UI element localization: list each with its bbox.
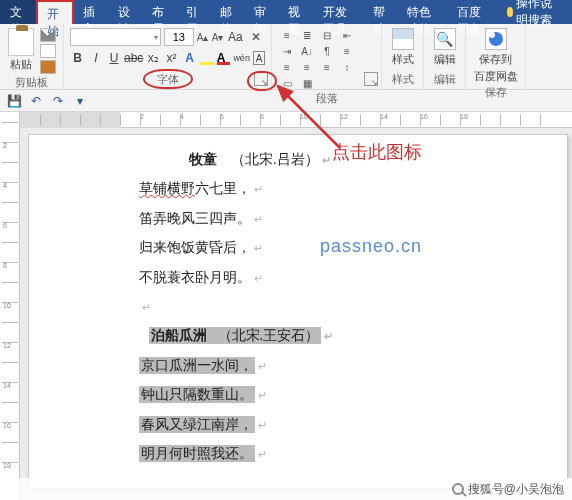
styles-label: 样式 (392, 52, 414, 67)
vertical-ruler[interactable]: 24681012141618 (0, 112, 20, 500)
strike-button[interactable]: abc (125, 49, 143, 67)
blank-paragraph: ↵ (139, 292, 567, 321)
poem1-line-2: 笛弄晚风三四声。↵ (139, 204, 567, 233)
tab-2[interactable]: 设计 (109, 0, 143, 24)
format-painter-button[interactable] (40, 60, 56, 74)
align-right-button[interactable]: ≡ (298, 60, 316, 74)
shading-button[interactable]: ▭ (278, 76, 296, 90)
qat-save-button[interactable]: 💾 (6, 93, 22, 109)
find-icon: 🔍 (434, 28, 456, 50)
horizontal-ruler[interactable]: 24681012141618 (20, 112, 572, 128)
tab-0[interactable]: 开始 (36, 0, 74, 24)
footer-credit: 搜狐号@小吴泡泡 (468, 481, 564, 498)
tab-6[interactable]: 审阅 (245, 0, 279, 24)
styles-button[interactable]: 样式 (388, 28, 417, 67)
show-marks-button[interactable]: ¶ (318, 44, 336, 58)
char-border-button[interactable]: A (253, 51, 265, 65)
edit-group-label: 编辑 (430, 71, 459, 87)
poem2-line-1: 京口瓜洲一水间，↵ (139, 351, 267, 380)
poem2-line-2: 钟山只隔数重山。↵ (139, 380, 267, 409)
save-line1: 保存到 (479, 52, 512, 67)
poem2-title: 泊船瓜洲 （北宋.王安石）↵ (149, 321, 333, 350)
file-menu[interactable]: 文件 (0, 0, 36, 24)
font-size-select[interactable]: 13 (164, 28, 194, 46)
styles-icon (392, 28, 414, 50)
group-styles: 样式 样式 (382, 24, 424, 89)
sort-button[interactable]: A↓ (298, 44, 316, 58)
styles-group-label: 样式 (388, 71, 417, 87)
font-family-select[interactable]: ▾ (70, 28, 161, 46)
group-paragraph: ≡ ≣ ⊟ ⇤ ⇥ A↓ ¶ ≡ ≡ ≡ ≡ ↕ ▭ ▦ 段落 (272, 24, 382, 89)
group-font: ▾ 13 A▴ A▾ Aa ✕ B I U abc x₂ x² A A wén … (64, 24, 272, 89)
save-baidu-button[interactable]: 保存到 百度网盘 (472, 28, 519, 84)
cut-button[interactable] (40, 28, 56, 42)
tab-8[interactable]: 开发工具 (314, 0, 364, 24)
qat-redo-button[interactable]: ↷ (50, 93, 66, 109)
superscript-button[interactable]: x² (164, 49, 179, 67)
poem1-line-3: 归来饱饭黄昏后，↵ (139, 233, 567, 262)
italic-button[interactable]: I (88, 49, 103, 67)
tab-1[interactable]: 插入 (74, 0, 108, 24)
phonetic-button[interactable]: wén (233, 49, 250, 67)
clear-format-button[interactable]: ✕ (247, 28, 265, 46)
poem1-line-1: 草铺横野六七里，↵ (139, 174, 567, 203)
clipboard-icon (8, 28, 34, 56)
grow-font-button[interactable]: A▴ (197, 30, 209, 44)
paragraph-group-label: 段落 (278, 90, 375, 106)
subscript-button[interactable]: x₂ (146, 49, 161, 67)
tab-5[interactable]: 邮件 (211, 0, 245, 24)
tab-10[interactable]: 特色功能 (398, 0, 448, 24)
search-icon (452, 483, 464, 495)
group-edit: 🔍 编辑 编辑 (424, 24, 466, 89)
edit-button[interactable]: 🔍 编辑 (430, 28, 459, 67)
qat-customize-button[interactable]: ▾ (72, 93, 88, 109)
document-area: 24681012141618 24681012141618 牧童 （北宋.吕岩）… (0, 112, 572, 500)
group-save-baidu: 保存到 百度网盘 保存 (466, 24, 526, 89)
multilevel-button[interactable]: ⊟ (318, 28, 336, 42)
copy-button[interactable] (40, 44, 56, 58)
save-line2: 百度网盘 (474, 69, 518, 84)
selected-block: 泊船瓜洲 （北宋.王安石）↵ 京口瓜洲一水间，↵ 钟山只隔数重山。↵ 春风又绿江… (139, 321, 567, 468)
clipboard-group-label: 剪贴板 (6, 74, 57, 90)
menu-bar: 文件开始插入设计布局引用邮件审阅视图开发工具帮助特色功能百度网盘 操作说明搜索 (0, 0, 572, 24)
baidu-disk-icon (485, 28, 507, 50)
text-effects-button[interactable]: A (182, 49, 197, 67)
save-group-label: 保存 (472, 84, 519, 100)
paragraph-dialog-launcher[interactable] (364, 72, 378, 86)
group-clipboard: 粘贴 剪贴板 (0, 24, 64, 89)
lightbulb-icon (507, 7, 514, 17)
highlight-button[interactable] (200, 51, 214, 65)
decrease-indent-button[interactable]: ⇤ (338, 28, 356, 42)
borders-button[interactable]: ▦ (298, 76, 316, 90)
align-center-button[interactable]: ≡ (278, 60, 296, 74)
poem2-line-3: 春风又绿江南岸，↵ (139, 410, 267, 439)
tell-me-search[interactable]: 操作说明搜索 (499, 0, 572, 24)
poem1-title: 牧童 （北宋.吕岩）↵ (189, 145, 567, 174)
align-left-button[interactable]: ≡ (338, 44, 356, 58)
poem2-line-4: 明月何时照我还。↵ (139, 439, 267, 468)
numbering-button[interactable]: ≣ (298, 28, 316, 42)
tab-3[interactable]: 布局 (143, 0, 177, 24)
bullets-button[interactable]: ≡ (278, 28, 296, 42)
font-color-button[interactable]: A (217, 51, 231, 65)
shrink-font-button[interactable]: A▾ (212, 30, 224, 44)
justify-button[interactable]: ≡ (318, 60, 336, 74)
font-group-label: 字体 (157, 72, 179, 87)
footer-bar: 搜狐号@小吴泡泡 (0, 478, 572, 500)
document-page[interactable]: 牧童 （北宋.吕岩）↵ 草铺横野六七里，↵ 笛弄晚风三四声。↵ 归来饱饭黄昏后，… (28, 134, 568, 489)
line-spacing-button[interactable]: ↕ (338, 60, 356, 74)
ribbon: 粘贴 剪贴板 ▾ 13 A▴ A▾ Aa ✕ B I U a (0, 24, 572, 90)
qat-undo-button[interactable]: ↶ (28, 93, 44, 109)
paste-button[interactable]: 粘贴 (6, 28, 36, 72)
underline-button[interactable]: U (106, 49, 121, 67)
bold-button[interactable]: B (70, 49, 85, 67)
tab-7[interactable]: 视图 (279, 0, 313, 24)
tab-9[interactable]: 帮助 (364, 0, 398, 24)
paste-label: 粘贴 (10, 57, 32, 72)
change-case-button[interactable]: Aa (226, 28, 244, 46)
increase-indent-button[interactable]: ⇥ (278, 44, 296, 58)
tab-11[interactable]: 百度网盘 (448, 0, 498, 24)
font-dialog-launcher[interactable] (254, 72, 268, 86)
page-viewport[interactable]: 牧童 （北宋.吕岩）↵ 草铺横野六七里，↵ 笛弄晚风三四声。↵ 归来饱饭黄昏后，… (20, 128, 572, 500)
tab-4[interactable]: 引用 (177, 0, 211, 24)
